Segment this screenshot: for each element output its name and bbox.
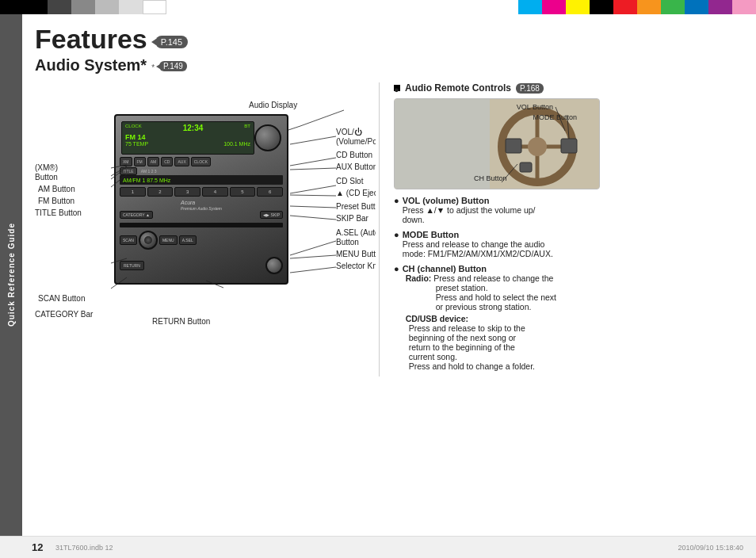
menu-btn[interactable]: MENU — [159, 235, 178, 245]
ch-bullet-title: CH (channel) Button — [403, 264, 487, 273]
svg-point-25 — [528, 137, 547, 156]
remote-ref-text: P.168 — [520, 84, 540, 93]
selector-knob-label: Selector Knob — [336, 262, 376, 270]
svg-text:Button: Button — [336, 238, 359, 247]
section-ref-text: P.149 — [163, 62, 183, 71]
title-ref-badge: P.145 — [155, 36, 188, 48]
cd-button-label: CD Button — [336, 151, 372, 159]
aux-btn[interactable]: AUX — [174, 157, 189, 166]
cd-sub-title: CD/USB device: — [406, 314, 468, 323]
skip-bar-label: SKIP Bar — [336, 214, 369, 223]
page-number: 12 — [32, 541, 43, 553]
remote-controls-title: Audio Remote Controls — [405, 82, 511, 94]
selector-knob-unit[interactable] — [265, 257, 283, 274]
eject-button-label: ▲ (CD Eject) Button — [336, 189, 376, 197]
fm-label: FM Button — [38, 197, 74, 205]
mode-section: ● MODE Button Press and release to chang… — [394, 230, 743, 258]
asel-btn[interactable]: A.SEL — [179, 235, 197, 245]
btn-3[interactable]: 3 — [174, 187, 200, 197]
vol-bullet-title: VOL (volume) Button — [403, 196, 490, 205]
cd-sub-text1: Press and release to skip to the — [409, 323, 525, 333]
svg-line-18 — [290, 255, 336, 258]
svg-line-8 — [290, 136, 336, 144]
clock-btn[interactable]: CLOCK — [191, 157, 211, 166]
acura-logo: AcuraPremium Audio System — [181, 200, 222, 211]
skip-btn[interactable]: ◀▶ SKIP — [260, 211, 283, 219]
sidebar: Quick Reference Guide — [0, 14, 22, 536]
steering-wheel-container: VOL Button MODE Button CH Button — [394, 98, 600, 189]
cd-slot-unit — [120, 223, 283, 227]
menu-button-label: MENU Button — [336, 250, 376, 258]
title-btn[interactable]: TITLE — [120, 167, 137, 175]
title-label: TITLE Button — [35, 208, 82, 217]
radio-sub-text1: Press and release to change the — [433, 273, 553, 283]
svg-text:(Volume/Power) Knob: (Volume/Power) Knob — [336, 137, 376, 146]
color-swatches — [0, 0, 756, 14]
svg-line-7 — [300, 110, 344, 126]
ch-button-img-label: CH Button — [474, 174, 507, 182]
btn-2[interactable]: 2 — [147, 187, 174, 197]
asel-button-label: A.SEL (Auto Select) — [336, 228, 376, 237]
mode-bullet-text: Press and release to change the audiomod… — [403, 239, 553, 258]
category-btn[interactable]: CATEGORY ▲ — [120, 211, 153, 219]
ch-section: ● CH (channel) Button Radio: Press and r… — [394, 264, 743, 371]
btn-5[interactable]: 5 — [230, 187, 256, 197]
svg-line-10 — [290, 158, 336, 166]
aux-button-label: AUX Button — [336, 162, 376, 171]
category-label: CATEGORY Bar — [35, 310, 94, 319]
footer-left: 31TL7600.indb 12 — [55, 544, 113, 552]
btn-6[interactable]: 6 — [257, 187, 283, 197]
cd-btn-unit[interactable]: CD — [161, 157, 173, 166]
svg-rect-26 — [506, 139, 521, 153]
xm-label2: Button — [35, 173, 58, 182]
mode-button-img-label: MODE Button — [533, 113, 577, 121]
two-col-layout: CLOCK 12:34 BT FM 14 75 TEMP 100.1 MHz — [35, 82, 743, 376]
column-divider — [379, 82, 380, 376]
btn-1[interactable]: 1 — [120, 187, 146, 197]
sidebar-label: Quick Reference Guide — [7, 223, 16, 327]
am-btn[interactable]: AM — [147, 157, 160, 166]
vol-bullet-text: Press ▲/▼ to adjust the volume up/down. — [403, 205, 536, 224]
radio-sub-title: Radio: — [406, 273, 434, 283]
return-btn[interactable]: RETURN — [120, 261, 144, 270]
vol-knob-label: VOL/⏻ — [336, 128, 362, 136]
svg-line-19 — [290, 267, 336, 273]
vol-button-img-label: VOL Button — [517, 103, 553, 111]
xm-btn[interactable]: XM — [120, 157, 132, 166]
preset-buttons-label: Preset Buttons — [336, 202, 376, 211]
svg-line-15 — [290, 216, 336, 220]
unit-display: CLOCK 12:34 BT FM 14 75 TEMP 100.1 MHz — [121, 121, 254, 155]
remote-controls-heading: ● Audio Remote Controls P.168 — [394, 82, 743, 94]
section-ref-badge: P.149 — [159, 61, 187, 71]
audio-display-label: Audio Display — [249, 101, 297, 109]
vol-section: ● VOL (volume) Button Press ▲/▼ to adjus… — [394, 196, 743, 224]
bottom-bar: 12 31TL7600.indb 12 2010/09/10 15:18:40 — [0, 536, 756, 558]
section-title-row: Audio System* * P.149 — [35, 56, 743, 75]
svg-rect-27 — [561, 139, 577, 153]
scan-btn[interactable]: SCAN — [120, 235, 137, 245]
scan-label: SCAN Button — [38, 294, 85, 303]
vol-knob-unit[interactable] — [254, 124, 281, 151]
right-column: ● Audio Remote Controls P.168 — [383, 82, 743, 376]
enter-knob[interactable] — [139, 231, 158, 250]
svg-line-13 — [290, 195, 336, 196]
page-title: Features — [35, 24, 147, 55]
diagram-column: CLOCK 12:34 BT FM 14 75 TEMP 100.1 MHz — [35, 82, 376, 336]
title-ref-text: P.145 — [161, 37, 182, 47]
radio-sub-text2: Press and hold to select the next — [436, 292, 556, 302]
svg-line-11 — [290, 168, 336, 170]
main-content: Features P.145 Audio System* * P.149 — [22, 14, 756, 536]
section-title: Audio System* — [35, 56, 147, 75]
svg-line-12 — [290, 185, 336, 193]
bullet-dot-remote: ● — [394, 85, 400, 91]
fm-btn[interactable]: FM — [134, 157, 146, 166]
page-title-row: Features P.145 — [35, 24, 743, 55]
footer-right: 2010/09/10 15:18:40 — [678, 544, 743, 552]
svg-line-6 — [288, 126, 300, 130]
cd-sub-text2: Press and hold to change a folder. — [409, 361, 535, 371]
return-button-label: RETURN Button — [152, 317, 210, 326]
mode-bullet-title: MODE Button — [403, 230, 459, 239]
remote-ref-badge: P.168 — [516, 83, 544, 94]
svg-rect-28 — [520, 162, 532, 172]
btn-4[interactable]: 4 — [202, 187, 228, 197]
